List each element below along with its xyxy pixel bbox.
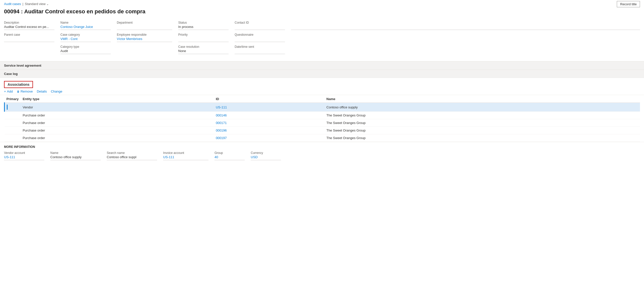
cell-id[interactable]: US-111 <box>214 103 324 112</box>
cell-entity-type: Purchase order <box>21 127 214 134</box>
department-field: Department <box>117 21 172 30</box>
table-header-row: Primary Entity type ID Name <box>5 95 640 103</box>
col2: Name Contoso Orange Juice Case category … <box>60 21 111 57</box>
record-title-box: Record title <box>617 1 640 7</box>
add-button[interactable]: + Add <box>4 90 13 93</box>
cell-primary <box>5 103 21 112</box>
page-container: Audit cases | Standard view Record title… <box>0 0 644 295</box>
col5: Contact ID Questionnaire Date/time sent <box>235 21 285 57</box>
group-field: Group 40 <box>214 151 245 160</box>
table-row[interactable]: Purchase order000197The Sweet Oranges Gr… <box>5 134 640 142</box>
associations-container: Associations <box>0 78 644 88</box>
parent-case-field: Parent case <box>4 33 54 42</box>
cell-entity-type: Purchase order <box>21 112 214 119</box>
cell-entity-type: Vendor <box>21 103 214 112</box>
details-button[interactable]: Details <box>37 90 47 93</box>
more-info-section: MORE INFORMATION Vendor account US-111 N… <box>0 142 644 166</box>
table-row[interactable]: VendorUS-111Contoso office supply <box>5 103 640 112</box>
associations-header-box: Associations <box>4 81 33 88</box>
name-field: Name Contoso Orange Juice <box>60 21 111 30</box>
associations-toolbar: + Add 🗑 Remove Details Change <box>0 88 644 95</box>
cell-primary <box>5 112 21 119</box>
sla-section-header[interactable]: Service level agreement <box>0 61 644 70</box>
trash-icon: 🗑 <box>17 90 20 93</box>
plus-icon: + <box>4 90 6 93</box>
col1: Description Auditar Control exceso en pe… <box>4 21 54 57</box>
table-row[interactable]: Purchase order000196The Sweet Oranges Gr… <box>5 127 640 134</box>
priority-field: Priority <box>178 33 229 42</box>
vendor-account-field: Vendor account US-111 <box>4 151 44 160</box>
datetime-sent-field: Date/time sent <box>235 45 285 54</box>
currency-field: Currency USD <box>251 151 281 160</box>
chevron-down-icon <box>46 2 49 6</box>
form-section: Description Auditar Control exceso en pe… <box>0 18 644 61</box>
col3: Department Employee responsible Víctor M… <box>117 21 172 57</box>
more-info-name-field: Name Contoso office supply <box>50 151 101 160</box>
associations-table: Primary Entity type ID Name VendorUS-111… <box>4 95 640 142</box>
cell-id[interactable]: 000196 <box>214 127 324 134</box>
cell-name: The Sweet Oranges Group <box>325 112 640 119</box>
search-name-field: Search name Contoso office suppl <box>107 151 157 160</box>
change-button[interactable]: Change <box>51 90 62 93</box>
questionnaire-value-field <box>291 21 640 30</box>
cell-primary <box>5 119 21 127</box>
cell-name: The Sweet Oranges Group <box>325 127 640 134</box>
status-field: Status In process <box>178 21 229 30</box>
cell-id[interactable]: 000146 <box>214 112 324 119</box>
col-header-entity-type: Entity type <box>21 95 214 103</box>
employee-responsible-field: Employee responsible Víctor Membrives <box>117 33 172 42</box>
contact-id-field: Contact ID <box>235 21 285 30</box>
case-log-section-header[interactable]: Case log <box>0 70 644 78</box>
table-row[interactable]: Purchase order000171The Sweet Oranges Gr… <box>5 119 640 127</box>
more-info-title: MORE INFORMATION <box>4 145 640 149</box>
cell-entity-type: Purchase order <box>21 119 214 127</box>
standard-view-dropdown[interactable]: Standard view <box>25 2 49 6</box>
cell-name: Contoso office supply <box>325 103 640 112</box>
audit-cases-link[interactable]: Audit cases <box>4 2 21 6</box>
col-header-name: Name <box>325 95 640 103</box>
form-grid: Description Auditar Control exceso en pe… <box>4 21 640 57</box>
cell-primary <box>5 127 21 134</box>
cell-id[interactable]: 000171 <box>214 119 324 127</box>
category-type-field: Category type Audit <box>60 45 111 54</box>
col-header-primary: Primary <box>5 95 21 103</box>
description-field: Description Auditar Control exceso en pe… <box>4 21 54 30</box>
case-category-field: Case category VMR - Cont <box>60 33 111 42</box>
col4: Status In process Priority Case resoluti… <box>178 21 229 57</box>
more-info-grid: Vendor account US-111 Name Contoso offic… <box>4 151 640 163</box>
cell-name: The Sweet Oranges Group <box>325 119 640 127</box>
breadcrumb-separator: | <box>22 2 23 6</box>
associations-table-container: Primary Entity type ID Name VendorUS-111… <box>0 95 644 142</box>
page-title: 00094 : Auditar Control exceso en pedido… <box>0 7 644 18</box>
cell-primary <box>5 134 21 142</box>
cell-id[interactable]: 000197 <box>214 134 324 142</box>
cell-entity-type: Purchase order <box>21 134 214 142</box>
questionnaire-field: Questionnaire <box>235 33 285 42</box>
remove-button[interactable]: 🗑 Remove <box>17 90 33 93</box>
table-row[interactable]: Purchase order000146The Sweet Oranges Gr… <box>5 112 640 119</box>
invoice-account-field: Invoice account US-111 <box>163 151 208 160</box>
col-header-id: ID <box>214 95 324 103</box>
breadcrumb-bar: Audit cases | Standard view Record title <box>0 0 644 7</box>
cell-name: The Sweet Oranges Group <box>325 134 640 142</box>
case-resolution-field: Case resolution None <box>178 45 229 54</box>
col6 <box>291 21 640 57</box>
